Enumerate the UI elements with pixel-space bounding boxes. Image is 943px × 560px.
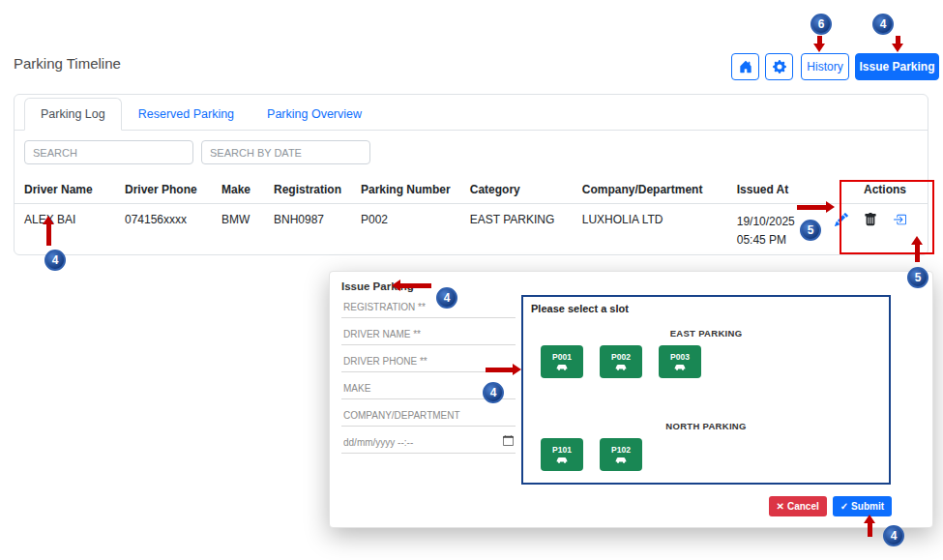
col-category: Category bbox=[460, 176, 573, 204]
car-icon bbox=[615, 456, 627, 464]
check-icon: ✓ bbox=[840, 501, 848, 512]
car-icon bbox=[615, 363, 627, 371]
tab-parking-log[interactable]: Parking Log bbox=[24, 98, 122, 131]
driver-name-field[interactable] bbox=[341, 325, 516, 345]
annotation-badge-history: 6 bbox=[810, 14, 832, 35]
cell-issued-at: 19/10/2025 05:45 PM bbox=[727, 204, 809, 256]
zone-north-label: NORTH PARKING bbox=[523, 421, 889, 431]
tab-reserved-parking[interactable]: Reserved Parking bbox=[122, 98, 250, 131]
home-button[interactable] bbox=[731, 53, 759, 80]
search-by-date-input[interactable] bbox=[201, 140, 370, 164]
slot-label: P101 bbox=[552, 445, 572, 455]
cell-category: EAST PARKING bbox=[460, 204, 573, 256]
car-icon bbox=[556, 363, 568, 371]
annotation-badge-signin: 5 bbox=[907, 267, 928, 288]
home-icon bbox=[739, 60, 752, 74]
cell-driver-phone: 074156xxxx bbox=[115, 204, 212, 256]
annotation-badge-modal-title: 4 bbox=[436, 287, 457, 309]
slot-selection-panel: Please select a slot EAST PARKING P001 P… bbox=[521, 295, 891, 485]
cancel-button[interactable]: ✕ Cancel bbox=[769, 496, 827, 516]
slot-label: P003 bbox=[670, 352, 690, 362]
slot-label: P002 bbox=[611, 352, 631, 362]
annotation-arrow-actions bbox=[797, 205, 826, 210]
cell-registration: BNH0987 bbox=[264, 204, 351, 256]
x-icon: ✕ bbox=[777, 501, 784, 512]
car-icon bbox=[556, 456, 568, 464]
registration-field[interactable] bbox=[341, 298, 516, 318]
cell-make: BMW bbox=[212, 204, 264, 256]
cell-driver-name: ALEX BAI bbox=[15, 204, 115, 256]
annotation-badge-issue-parking: 4 bbox=[872, 14, 894, 35]
north-slot-row: P101 P102 bbox=[541, 438, 642, 471]
slot-p001[interactable]: P001 bbox=[541, 345, 583, 378]
annotation-arrow-signin bbox=[915, 245, 920, 262]
cell-parking-number: P002 bbox=[351, 204, 460, 256]
annotation-arrow-modal-title bbox=[400, 283, 431, 288]
search-row bbox=[15, 131, 928, 174]
parking-table: Driver Name Driver Phone Make Registrati… bbox=[15, 176, 928, 255]
slot-p102[interactable]: P102 bbox=[600, 438, 642, 471]
search-input[interactable] bbox=[24, 140, 193, 164]
slot-label: P001 bbox=[552, 352, 572, 362]
issued-date: 19/10/2025 bbox=[737, 213, 799, 231]
issued-time: 05:45 PM bbox=[737, 231, 799, 250]
issue-parking-modal: Issue Parking Please select a slot EAST … bbox=[329, 271, 933, 528]
annotation-badge-slot: 4 bbox=[483, 382, 504, 403]
table-row: ALEX BAI 074156xxxx BMW BNH0987 P002 EAS… bbox=[15, 204, 928, 256]
annotation-arrow-history bbox=[817, 36, 822, 44]
col-company: Company/Department bbox=[573, 176, 727, 204]
col-parking-number: Parking Number bbox=[351, 176, 460, 204]
history-button[interactable]: History bbox=[801, 53, 849, 80]
table-header-row: Driver Name Driver Phone Make Registrati… bbox=[15, 176, 928, 204]
col-issued-at: Issued At bbox=[727, 176, 809, 204]
col-driver-phone: Driver Phone bbox=[115, 176, 212, 204]
slot-panel-title: Please select a slot bbox=[531, 303, 629, 314]
annotation-arrow-slot bbox=[486, 368, 513, 372]
tab-parking-overview[interactable]: Parking Overview bbox=[250, 98, 378, 131]
east-slot-row: P001 P002 P003 bbox=[541, 345, 701, 378]
col-registration: Registration bbox=[264, 176, 351, 204]
col-driver-name: Driver Name bbox=[15, 176, 115, 204]
slot-label: P102 bbox=[611, 445, 631, 455]
settings-button[interactable] bbox=[765, 53, 793, 80]
issue-parking-form bbox=[341, 297, 516, 459]
submit-label: Submit bbox=[851, 501, 884, 512]
calendar-icon[interactable] bbox=[503, 435, 514, 446]
cancel-label: Cancel bbox=[787, 501, 819, 512]
issue-parking-button[interactable]: Issue Parking bbox=[855, 53, 939, 80]
slot-p002[interactable]: P002 bbox=[600, 345, 642, 378]
tab-bar: Parking Log Reserved Parking Parking Ove… bbox=[15, 95, 928, 131]
annotation-arrow-row bbox=[46, 224, 51, 246]
annotation-arrow-submit bbox=[868, 523, 872, 537]
col-make: Make bbox=[212, 176, 264, 204]
datetime-field[interactable] bbox=[341, 433, 516, 454]
gear-icon bbox=[773, 60, 786, 74]
car-icon bbox=[674, 363, 686, 371]
annotation-arrow-issue-parking bbox=[896, 36, 900, 44]
annotation-badge-row: 4 bbox=[44, 250, 66, 271]
annotation-badge-actions: 5 bbox=[800, 220, 821, 241]
slot-p003[interactable]: P003 bbox=[659, 345, 701, 378]
cell-company: LUXHOLIA LTD bbox=[573, 204, 727, 256]
parking-log-card: Parking Log Reserved Parking Parking Ove… bbox=[14, 94, 928, 255]
modal-footer: ✕ Cancel ✓ Submit bbox=[769, 496, 892, 516]
zone-east-label: EAST PARKING bbox=[523, 328, 889, 339]
annotation-badge-submit: 4 bbox=[883, 525, 904, 546]
company-field[interactable] bbox=[341, 406, 516, 427]
page-title: Parking Timeline bbox=[14, 55, 121, 72]
submit-button[interactable]: ✓ Submit bbox=[833, 496, 892, 516]
slot-p101[interactable]: P101 bbox=[541, 438, 583, 471]
